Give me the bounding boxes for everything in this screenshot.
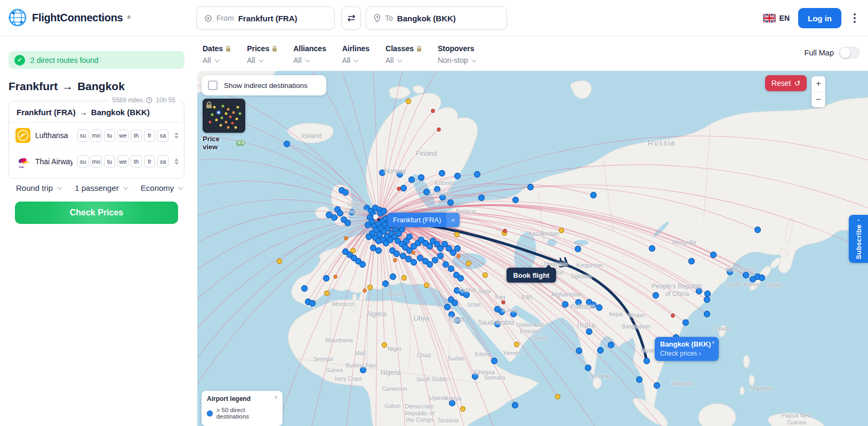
sort-control[interactable] [173,132,180,139]
day-chip-fr[interactable]: fr [144,155,155,167]
day-chip-th[interactable]: th [131,130,142,142]
airport-dot[interactable] [683,320,689,326]
filter-dates[interactable]: DatesAll [203,44,231,65]
filter-value[interactable]: All [342,56,369,65]
airport-dot[interactable] [457,254,460,258]
filter-value[interactable]: Non-stop [438,56,475,65]
airport-dot[interactable] [368,285,373,290]
day-chip-we[interactable]: we [117,155,128,167]
airport-dot[interactable] [397,172,403,178]
airport-dot[interactable] [419,175,424,181]
airport-dot[interactable] [427,262,433,268]
filter-prices[interactable]: PricesAll [247,44,277,65]
airport-dot[interactable] [277,259,282,264]
airport-dot[interactable] [483,273,488,278]
login-button[interactable]: Log in [798,8,841,28]
show-indirect-box[interactable]: Show indirect destinations [202,75,326,95]
price-view[interactable]: Price view [203,99,245,151]
airport-dot[interactable] [393,259,397,262]
airport-dot[interactable] [704,297,710,303]
origin-marker[interactable] [373,214,378,219]
airport-dot[interactable] [443,262,449,268]
airport-dot[interactable] [337,211,343,216]
airport-dot[interactable] [351,248,356,253]
airport-dot[interactable] [562,302,568,308]
reset-button[interactable]: Reset ↺ [765,75,807,91]
kebab-menu-icon[interactable] [850,12,859,25]
airport-dot[interactable] [438,253,444,259]
airport-dot[interactable] [495,321,501,327]
airport-dot[interactable] [399,227,405,232]
airport-dot[interactable] [437,128,440,131]
check-prices-link[interactable]: Check prices › [660,350,713,357]
airport-dot[interactable] [461,407,465,412]
airport-dot[interactable] [394,251,400,257]
airport-dot[interactable] [349,210,355,215]
airport-dot[interactable] [440,195,446,200]
airport-dot[interactable] [380,170,385,176]
airport-dot[interactable] [445,304,451,310]
airport-dot[interactable] [376,238,382,244]
day-chip-su[interactable]: su [77,130,89,142]
airport-dot[interactable] [363,289,366,292]
airport-dot[interactable] [376,248,382,254]
filter-value[interactable]: All [203,56,231,65]
language-selector[interactable]: EN [763,14,790,22]
airport-dot[interactable] [575,246,581,252]
airport-dot[interactable] [332,215,337,221]
destination-pill[interactable]: Bangkok (BKK) Check prices › × [655,337,719,361]
day-chip-sa[interactable]: sa [157,155,168,167]
day-chip-fr[interactable]: fr [144,130,155,142]
show-indirect-checkbox[interactable] [208,81,218,90]
airport-dot[interactable] [512,403,518,408]
airport-dot[interactable] [424,189,430,195]
day-chip-mo[interactable]: mo [91,130,102,142]
airport-dot[interactable] [302,286,308,292]
trip-type-select[interactable]: Round trip [16,183,61,192]
airport-dot[interactable] [591,302,597,308]
airport-dot[interactable] [759,275,765,281]
airport-dot[interactable] [464,292,470,298]
day-chip-we[interactable]: we [117,130,128,142]
airport-dot[interactable] [608,342,614,348]
airport-dot[interactable] [637,377,642,383]
route-map[interactable]: IcelandNorwayFinlandEstoniaLatviaBelarus… [197,71,868,426]
airport-dot[interactable] [427,244,433,250]
airport-dot[interactable] [431,109,435,112]
cabin-select[interactable]: Economy [141,183,182,192]
airport-dot[interactable] [671,314,674,317]
airport-dot[interactable] [366,234,372,240]
zoom-in-button[interactable]: + [811,76,825,92]
airport-dot[interactable] [343,190,349,196]
airport-dot[interactable] [326,212,332,218]
filter-airlines[interactable]: AirlinesAll [342,44,369,65]
airport-dot[interactable] [424,283,429,288]
airport-dot[interactable] [383,281,389,287]
airport-dot[interactable] [365,222,371,228]
airport-dot[interactable] [407,234,413,240]
airport-dot[interactable] [727,269,733,275]
airport-dot[interactable] [324,276,329,282]
airport-dot[interactable] [479,195,485,201]
airport-dot[interactable] [449,312,455,318]
airport-dot[interactable] [475,172,480,178]
day-chip-tu[interactable]: tu [104,155,115,167]
airport-dot[interactable] [502,301,505,304]
swap-button[interactable] [341,6,361,30]
airport-dot[interactable] [649,246,655,252]
airport-dot[interactable] [503,229,507,232]
airport-dot[interactable] [654,383,660,389]
airport-dot[interactable] [448,266,454,272]
airport-dot[interactable] [467,261,471,266]
destination-pill-close-icon[interactable]: × [712,339,715,345]
airport-dot[interactable] [452,300,458,306]
airport-dot[interactable] [417,255,423,261]
airport-dot[interactable] [345,220,351,226]
airport-dot[interactable] [454,288,460,294]
airport-dot[interactable] [597,305,602,311]
airport-dot[interactable] [598,348,604,353]
airport-dot[interactable] [455,318,461,324]
airport-dot[interactable] [310,301,316,307]
airport-dot[interactable] [406,256,412,262]
airport-dot[interactable] [409,177,415,183]
